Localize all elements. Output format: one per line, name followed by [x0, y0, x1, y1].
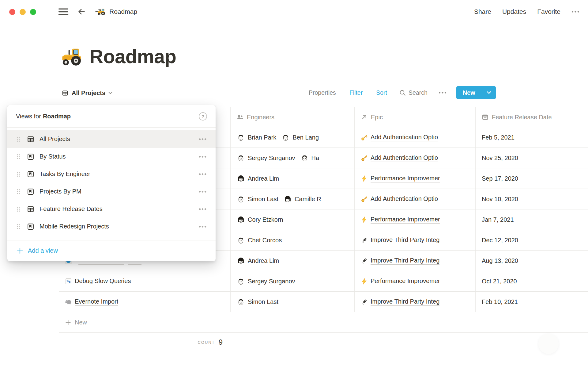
share-button[interactable]: Share — [474, 8, 491, 15]
view-item-more-icon[interactable] — [199, 190, 206, 193]
project-link[interactable]: Debug Slow Queries — [75, 278, 131, 285]
engineers-cell[interactable]: Simon Last — [231, 292, 355, 312]
epic-link[interactable]: Performance Improvemer — [371, 278, 440, 285]
engineer-chip[interactable]: Camille R — [284, 195, 321, 203]
column-header-engineers[interactable]: Engineers — [231, 107, 355, 127]
epic-link[interactable]: Improve Third Party Integ — [371, 257, 439, 265]
view-item[interactable]: By Status — [7, 148, 216, 165]
view-item-more-icon[interactable] — [199, 138, 206, 140]
back-icon[interactable] — [77, 7, 86, 16]
add-view-button[interactable]: Add a view — [7, 240, 216, 261]
engineers-cell[interactable]: Simon LastCamille R — [231, 189, 355, 209]
date-cell[interactable]: Nov 25, 2020 — [476, 148, 588, 168]
engineer-chip[interactable]: Andrea Lim — [237, 257, 279, 265]
engineer-chip[interactable]: Ha — [300, 154, 319, 162]
properties-button[interactable]: Properties — [309, 89, 336, 96]
close-window-button[interactable] — [9, 9, 15, 15]
column-header-date[interactable]: Feature Release Date — [476, 107, 588, 127]
engineers-cell[interactable]: Brian ParkBen Lang — [231, 127, 355, 148]
epic-link[interactable]: Add Authentication Optio — [371, 154, 438, 162]
drag-handle-icon[interactable] — [17, 171, 20, 177]
engineers-cell[interactable]: Andrea Lim — [231, 251, 355, 271]
engineers-cell[interactable]: Andrea Lim — [231, 168, 355, 189]
view-item[interactable]: Tasks By Engineer — [7, 165, 216, 183]
epic-cell[interactable]: Improve Third Party Integ — [355, 251, 476, 271]
view-item-more-icon[interactable] — [199, 173, 206, 175]
engineer-chip[interactable]: Ben Lang — [281, 133, 319, 142]
date-cell[interactable]: Feb 10, 2021 — [476, 292, 588, 312]
engineer-chip[interactable]: Andrea Lim — [237, 174, 279, 183]
sidebar-toggle-icon[interactable] — [58, 8, 69, 16]
date-cell[interactable]: Aug 13, 2020 — [476, 251, 588, 271]
updates-button[interactable]: Updates — [502, 8, 526, 15]
epic-cell[interactable]: Add Authentication Optio — [355, 127, 476, 148]
epic-link[interactable]: Performance Improvemer — [371, 216, 440, 224]
date-cell[interactable]: Sep 17, 2020 — [476, 168, 588, 189]
epic-link[interactable]: Improve Third Party Integ — [371, 236, 439, 244]
view-item[interactable]: All Projects — [7, 130, 216, 148]
engineer-chip[interactable]: Cory Etzkorn — [237, 216, 283, 224]
project-link[interactable]: Evernote Import — [75, 298, 118, 306]
drag-handle-icon[interactable] — [17, 136, 20, 142]
epic-cell[interactable]: Add Authentication Optio — [355, 148, 476, 168]
help-button[interactable] — [538, 334, 559, 354]
engineers-cell[interactable]: Sergey SurganovHa — [231, 148, 355, 168]
search-button[interactable]: Search — [399, 89, 428, 96]
zoom-window-button[interactable] — [30, 9, 36, 15]
page-title[interactable]: Roadmap — [89, 45, 176, 67]
new-dropdown-button[interactable] — [482, 86, 496, 99]
engineers-cell[interactable]: Chet Corcos — [231, 230, 355, 250]
view-item-more-icon[interactable] — [199, 155, 206, 158]
filter-button[interactable]: Filter — [349, 89, 363, 96]
drag-handle-icon[interactable] — [17, 224, 20, 229]
epic-cell[interactable]: Performance Improvemer — [355, 271, 476, 291]
engineers-cell[interactable]: Cory Etzkorn — [231, 209, 355, 230]
engineer-chip[interactable]: Sergey Surganov — [237, 154, 295, 162]
epic-link[interactable]: Add Authentication Optio — [371, 195, 438, 203]
date-cell[interactable]: Dec 12, 2020 — [476, 230, 588, 250]
date-cell[interactable]: Nov 10, 2020 — [476, 189, 588, 209]
more-menu-icon[interactable] — [571, 10, 579, 13]
view-item[interactable]: Mobile Redesign Projects — [7, 218, 216, 235]
epic-link[interactable]: Performance Improvemer — [371, 175, 440, 182]
engineers-cell[interactable]: Sergey Surganov — [231, 271, 355, 291]
project-cell[interactable]: Evernote Import — [59, 292, 231, 312]
sort-button[interactable]: Sort — [376, 89, 387, 96]
favorite-button[interactable]: Favorite — [537, 8, 560, 15]
engineer-chip[interactable]: Simon Last — [237, 195, 278, 203]
epic-cell[interactable]: Improve Third Party Integ — [355, 292, 476, 312]
engineer-chip[interactable]: Chet Corcos — [237, 236, 282, 244]
epic-cell[interactable]: Improve Third Party Integ — [355, 230, 476, 250]
epic-link[interactable]: Improve Third Party Integ — [371, 298, 439, 306]
breadcrumb[interactable]: Roadmap — [97, 0, 137, 23]
project-cell[interactable]: Debug Slow Queries — [59, 271, 231, 291]
drag-handle-icon[interactable] — [17, 154, 20, 159]
view-selector[interactable]: All Projects — [62, 86, 113, 100]
view-item[interactable]: Feature Release Dates — [7, 200, 216, 218]
view-options-icon[interactable] — [439, 91, 447, 94]
date-text: Oct 21, 2020 — [482, 278, 517, 285]
engineer-chip[interactable]: Brian Park — [237, 133, 276, 142]
drag-handle-icon[interactable] — [17, 189, 20, 194]
drag-handle-icon[interactable] — [17, 206, 20, 212]
help-icon[interactable]: ? — [199, 112, 207, 121]
engineer-chip[interactable]: Simon Last — [237, 298, 278, 306]
view-item-more-icon[interactable] — [199, 225, 206, 228]
epic-cell[interactable]: Add Authentication Optio — [355, 189, 476, 209]
view-item-more-icon[interactable] — [199, 208, 206, 210]
epic-link[interactable]: Add Authentication Optio — [371, 134, 438, 141]
new-button[interactable]: New — [456, 86, 482, 99]
date-cell[interactable]: Oct 21, 2020 — [476, 271, 588, 291]
engineer-chip[interactable]: Sergey Surganov — [237, 277, 295, 286]
epic-cell[interactable]: Performance Improvemer — [355, 168, 476, 189]
date-cell[interactable]: Feb 5, 2021 — [476, 127, 588, 148]
minimize-window-button[interactable] — [20, 9, 26, 15]
date-cell[interactable]: Jan 7, 2021 — [476, 209, 588, 230]
count-footer[interactable]: COUNT 9 — [59, 333, 231, 352]
view-item[interactable]: Projects By PM — [7, 183, 216, 200]
page-header[interactable]: Roadmap — [61, 45, 176, 67]
page-icon-tractor[interactable] — [61, 46, 83, 67]
epic-cell[interactable]: Performance Improvemer — [355, 209, 476, 230]
new-row-button[interactable]: New — [59, 312, 588, 333]
column-header-epic[interactable]: Epic — [355, 107, 476, 127]
